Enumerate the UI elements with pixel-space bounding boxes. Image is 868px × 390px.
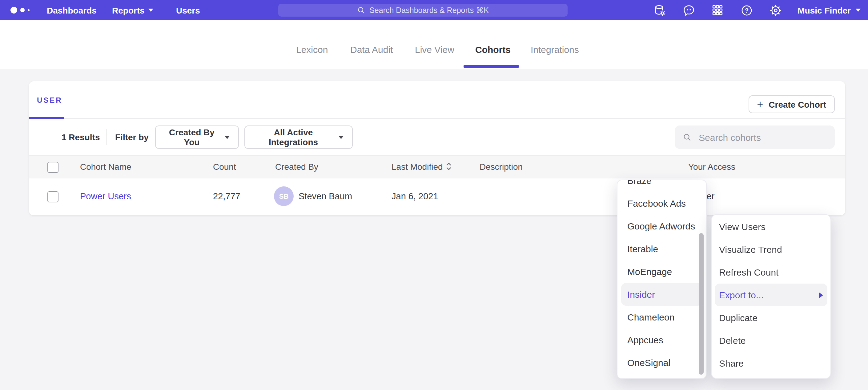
- submenu-arrow-icon: [819, 292, 823, 298]
- menu-item-braze[interactable]: Braze: [617, 180, 706, 192]
- row-checkbox[interactable]: [48, 191, 59, 202]
- cohort-type-tabs: USER + Create Cohort: [29, 81, 845, 119]
- data-management-icon[interactable]: [653, 3, 666, 17]
- sort-icon[interactable]: [446, 162, 452, 173]
- tab-user-cohorts[interactable]: USER: [37, 96, 62, 105]
- nav-users-label: Users: [176, 5, 200, 15]
- menu-item-view-users[interactable]: View Users: [715, 215, 827, 238]
- select-all-checkbox[interactable]: [48, 162, 59, 173]
- table-row: Power Users 22,777 SB Steven Baum Jan 6,…: [29, 178, 845, 215]
- created-by-name: Steven Baum: [299, 191, 352, 201]
- cohort-context-menu: View Users Visualize Trend Refresh Count…: [711, 214, 831, 379]
- create-cohort-label: Create Cohort: [769, 99, 826, 109]
- menu-item-share[interactable]: Share: [715, 352, 827, 375]
- section-tabs-bar: Lexicon Data Audit Live View Cohorts Int…: [0, 20, 868, 70]
- tab-lexicon[interactable]: Lexicon: [296, 44, 328, 55]
- filter-row: 1 Results Filter by Created By You All A…: [29, 119, 845, 155]
- nav-right-group: ? Music Finder: [653, 0, 861, 20]
- menu-item-onesignal[interactable]: OneSignal: [617, 351, 706, 374]
- nav-dashboards-label: Dashboards: [47, 5, 97, 15]
- tab-cohorts[interactable]: Cohorts: [475, 44, 510, 55]
- app-root: Dashboards Reports Users Search Dashboar…: [0, 0, 868, 390]
- column-last-modified[interactable]: Last Modified: [392, 162, 452, 173]
- tab-integrations[interactable]: Integrations: [531, 44, 579, 55]
- menu-item-visualize-trend[interactable]: Visualize Trend: [715, 238, 827, 261]
- menu-item-appcues[interactable]: Appcues: [617, 328, 706, 351]
- cohort-count: 22,777: [213, 191, 240, 201]
- search-icon: [683, 132, 691, 142]
- chevron-down-icon: [148, 9, 153, 12]
- created-by-filter-label: Created By You: [164, 127, 219, 147]
- menu-item-iterable[interactable]: Iterable: [617, 237, 706, 260]
- settings-gear-icon[interactable]: [769, 3, 782, 17]
- menu-item-google-adwords[interactable]: Google Adwords: [617, 215, 706, 237]
- help-icon[interactable]: ?: [740, 3, 753, 17]
- top-nav: Dashboards Reports Users Search Dashboar…: [0, 0, 868, 20]
- table-header: Cohort Name Count Created By Last Modifi…: [29, 155, 845, 178]
- nav-reports-label: Reports: [112, 5, 145, 15]
- integrations-filter-label: All Active Integrations: [254, 127, 333, 147]
- last-modified-date: Jan 6, 2021: [392, 191, 438, 201]
- nav-item-dashboards[interactable]: Dashboards: [47, 0, 97, 20]
- column-cohort-name: Cohort Name: [80, 162, 131, 172]
- cohort-name-link[interactable]: Power Users: [80, 191, 131, 201]
- menu-item-chameleon[interactable]: Chameleon: [617, 306, 706, 328]
- apps-grid-icon[interactable]: [711, 3, 724, 17]
- scrollbar-thumb[interactable]: [699, 233, 704, 375]
- created-by-filter[interactable]: Created By You: [155, 126, 239, 149]
- column-your-access: Your Access: [688, 162, 735, 172]
- project-selector[interactable]: Music Finder: [798, 5, 861, 15]
- project-name: Music Finder: [798, 5, 851, 15]
- cohort-search-box: [675, 126, 835, 149]
- column-count: Count: [213, 162, 236, 172]
- divider: [106, 129, 106, 145]
- column-description: Description: [479, 162, 523, 172]
- global-search-placeholder: Search Dashboards & Reports ⌘K: [369, 5, 489, 15]
- menu-item-export-to[interactable]: Export to...: [715, 284, 827, 306]
- results-count: 1 Results: [62, 132, 100, 142]
- tab-live-view[interactable]: Live View: [415, 44, 454, 55]
- plus-icon: +: [757, 99, 763, 109]
- active-tab-underline: [464, 65, 519, 68]
- svg-text:?: ?: [745, 7, 748, 13]
- nav-item-users[interactable]: Users: [176, 0, 200, 20]
- global-search-bar[interactable]: Search Dashboards & Reports ⌘K: [278, 4, 567, 17]
- menu-item-insider[interactable]: Insider: [621, 283, 703, 306]
- menu-item-facebook-ads[interactable]: Facebook Ads: [617, 192, 706, 215]
- feedback-icon[interactable]: [682, 3, 695, 17]
- chevron-down-icon: [856, 9, 861, 12]
- menu-item-duplicate[interactable]: Duplicate: [715, 306, 827, 329]
- cohorts-card: USER + Create Cohort 1 Results Filter by…: [29, 81, 845, 215]
- chevron-down-icon: [339, 136, 343, 139]
- cohort-search-input[interactable]: [698, 131, 827, 143]
- create-cohort-button[interactable]: + Create Cohort: [748, 95, 835, 113]
- menu-item-refresh-count[interactable]: Refresh Count: [715, 261, 827, 284]
- chevron-down-icon: [225, 136, 229, 139]
- tab-data-audit[interactable]: Data Audit: [350, 44, 393, 55]
- menu-item-moengage[interactable]: MoEngage: [617, 260, 706, 283]
- search-icon: [357, 6, 365, 14]
- mixpanel-logo-icon[interactable]: [10, 0, 30, 20]
- avatar: SB: [274, 186, 293, 206]
- menu-item-delete[interactable]: Delete: [715, 329, 827, 352]
- filter-by-label: Filter by: [115, 132, 149, 142]
- column-created-by: Created By: [275, 162, 318, 172]
- nav-item-reports[interactable]: Reports: [112, 0, 153, 20]
- export-destinations-menu: Braze Facebook Ads Google Adwords Iterab…: [617, 180, 707, 379]
- export-destinations-list: Braze Facebook Ads Google Adwords Iterab…: [617, 180, 706, 374]
- integrations-filter[interactable]: All Active Integrations: [244, 126, 353, 149]
